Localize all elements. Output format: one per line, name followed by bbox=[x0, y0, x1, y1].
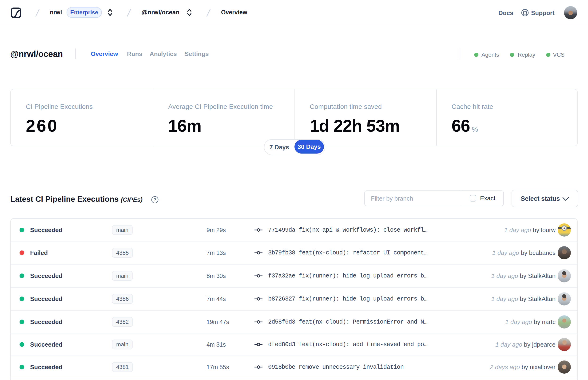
svg-text:?: ? bbox=[153, 197, 156, 202]
